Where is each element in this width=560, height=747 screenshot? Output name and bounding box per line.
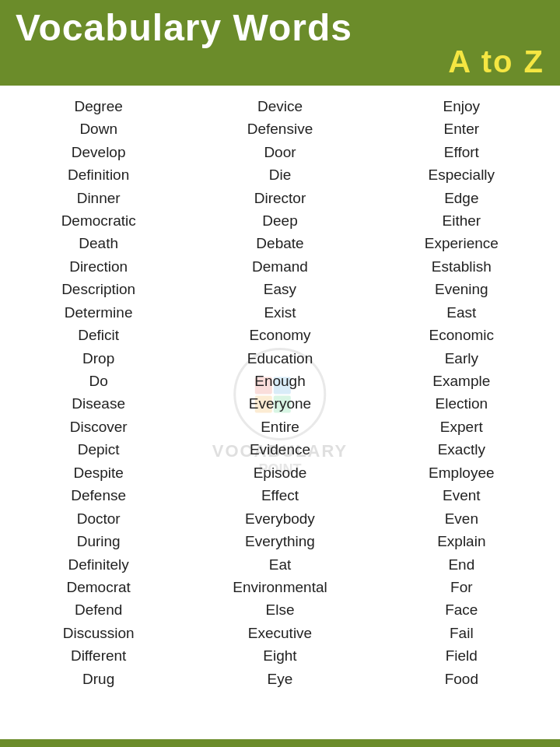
word-item: Economic <box>429 324 494 346</box>
word-item: Example <box>432 370 490 392</box>
word-item: Event <box>443 484 481 507</box>
word-item: Field <box>446 644 478 667</box>
word-item: Edge <box>444 187 478 209</box>
word-item: East <box>446 301 476 324</box>
word-item: Defense <box>71 484 126 507</box>
word-item: Enough <box>254 370 306 392</box>
word-item: Else <box>266 598 295 621</box>
word-item: During <box>77 530 121 552</box>
word-item: Employee <box>429 461 495 484</box>
word-item: Entire <box>261 416 299 438</box>
word-item: Eye <box>268 668 293 690</box>
word-item: Drop <box>82 347 114 370</box>
word-item: Face <box>445 598 478 621</box>
word-item: Enter <box>444 117 479 140</box>
word-item: Effect <box>261 484 299 507</box>
word-item: Do <box>89 370 108 392</box>
header: Vocabulary Words A to Z <box>0 0 560 86</box>
word-columns: DegreeDownDevelopDefinitionDinnerDemocra… <box>0 92 560 693</box>
word-item: Fail <box>450 622 474 644</box>
word-item: Deficit <box>78 324 119 346</box>
word-item: Enjoy <box>443 95 481 117</box>
word-item: Episode <box>254 461 307 484</box>
header-subtitle: A to Z <box>448 44 544 79</box>
word-item: Definitely <box>68 553 129 576</box>
word-item: Door <box>264 141 296 163</box>
header-title: Vocabulary Words <box>16 8 352 49</box>
word-item: Establish <box>432 255 492 278</box>
word-item: Eat <box>269 553 292 576</box>
word-item: Drug <box>82 668 114 690</box>
word-item: Death <box>79 232 118 254</box>
word-item: Die <box>269 163 292 186</box>
word-item: Deep <box>262 209 297 232</box>
word-item: Especially <box>429 163 495 186</box>
word-list-container: VOCABULARY POINT DegreeDownDevelopDefini… <box>0 86 560 739</box>
word-item: Education <box>247 347 313 370</box>
word-item: Eight <box>263 644 296 667</box>
footer: www.VocabularyPoint.Com <box>0 739 560 747</box>
word-item: Determine <box>65 301 133 324</box>
word-item: Explain <box>437 530 485 552</box>
word-item: Evening <box>435 278 488 300</box>
word-item: Director <box>254 187 306 209</box>
word-item: Debate <box>256 232 303 254</box>
word-item: Device <box>257 95 303 117</box>
word-item: For <box>450 576 473 598</box>
word-item: Democratic <box>61 209 136 232</box>
word-item: Demand <box>252 255 308 278</box>
word-item: End <box>448 553 474 576</box>
word-item: Everyone <box>249 392 311 415</box>
word-item: Everybody <box>245 507 315 530</box>
word-item: Degree <box>75 95 123 117</box>
word-item: Discover <box>70 416 128 438</box>
column-3: EnjoyEnterEffortEspeciallyEdgeEitherExpe… <box>371 95 552 690</box>
word-item: Election <box>436 392 488 415</box>
word-item: Down <box>79 117 117 140</box>
word-item: Defend <box>75 598 122 621</box>
word-item: Effort <box>444 141 479 163</box>
word-item: Exactly <box>438 438 485 461</box>
word-item: Description <box>61 278 135 300</box>
word-item: Different <box>71 644 126 667</box>
word-item: Depict <box>78 438 120 461</box>
word-item: Defensive <box>247 117 313 140</box>
word-item: Evidence <box>250 438 310 461</box>
word-item: Either <box>443 209 481 232</box>
word-item: Definition <box>68 163 129 186</box>
column-2: DeviceDefensiveDoorDieDirectorDeepDebate… <box>189 95 370 690</box>
word-item: Early <box>445 347 478 370</box>
word-item: Despite <box>73 461 123 484</box>
word-item: Experience <box>425 232 499 254</box>
word-item: Doctor <box>77 507 121 530</box>
word-item: Food <box>445 668 478 690</box>
word-item: Discussion <box>63 622 135 644</box>
word-item: Executive <box>248 622 312 644</box>
word-item: Dinner <box>77 187 121 209</box>
word-item: Develop <box>72 141 126 163</box>
word-item: Expert <box>440 416 483 438</box>
word-item: Environmental <box>233 576 327 598</box>
word-item: Disease <box>72 392 125 415</box>
word-item: Even <box>445 507 478 530</box>
word-item: Everything <box>245 530 315 552</box>
word-item: Easy <box>264 278 296 300</box>
word-item: Democrat <box>66 576 130 598</box>
word-item: Direction <box>69 255 128 278</box>
column-1: DegreeDownDevelopDefinitionDinnerDemocra… <box>8 95 189 690</box>
word-item: Exist <box>264 301 296 324</box>
word-item: Economy <box>249 324 310 346</box>
